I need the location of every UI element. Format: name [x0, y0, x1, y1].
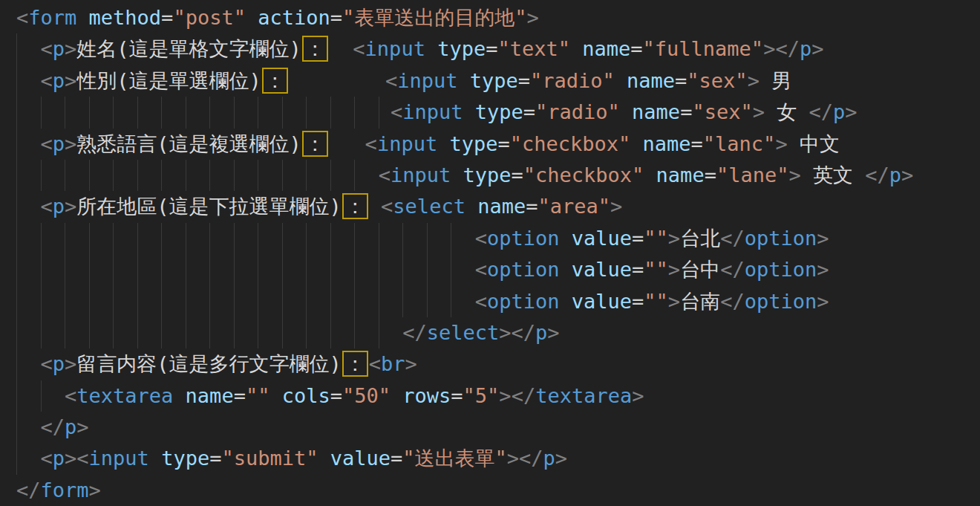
indent-guide	[379, 223, 379, 254]
indent-guide	[402, 286, 403, 317]
indent-guide	[16, 97, 17, 128]
code-token-text	[16, 100, 391, 123]
code-token-attr: type	[470, 69, 518, 92]
code-line[interactable]: <option value="">台北</option>	[0, 223, 980, 254]
code-token-text	[463, 100, 474, 123]
code-token-tag: option	[745, 227, 817, 250]
code-token-text: 熟悉語言(這是複選欄位)	[76, 132, 301, 155]
code-token-string: "checkbox"	[510, 132, 631, 155]
code-line[interactable]: </select></p>	[0, 317, 980, 348]
code-token-punct: <	[16, 6, 28, 29]
code-line[interactable]: <p>所在地區(這是下拉選單欄位)： <select name="area">	[0, 191, 980, 222]
code-line[interactable]: <textarea name="" cols="50" rows="5"></t…	[0, 380, 980, 412]
indent-guide	[65, 317, 65, 348]
code-token-tag: option	[487, 227, 560, 250]
indent-guide	[427, 286, 428, 317]
code-line[interactable]: <p>留言内容(這是多行文字欄位)：<br>	[0, 348, 980, 380]
indent-guide	[282, 286, 283, 317]
code-token-equals: =	[632, 258, 644, 281]
code-token-punct: >	[748, 69, 760, 92]
code-token-equals: =	[632, 227, 644, 250]
code-token-text	[16, 195, 41, 218]
indent-guide	[379, 286, 379, 317]
indent-guide	[137, 317, 138, 348]
indent-guide	[161, 286, 162, 317]
indent-guide	[282, 254, 283, 285]
code-token-equals: =	[526, 195, 538, 218]
code-line[interactable]: <input type="checkbox" name="lane"> 英文 <…	[0, 160, 980, 191]
code-token-attr: value	[572, 227, 632, 250]
code-token-punct: >	[811, 37, 823, 60]
code-token-tag: form	[41, 479, 89, 502]
code-token-punct: <	[381, 195, 393, 218]
code-token-text: 台南	[680, 290, 720, 313]
code-line[interactable]: <p><input type="submit" value="送出表單"></p…	[0, 443, 980, 474]
indent-guide	[258, 286, 258, 317]
indent-guide	[234, 160, 235, 191]
code-line[interactable]: <p>姓名(這是單格文字欄位)： <input type="text" name…	[0, 33, 980, 65]
code-token-punct: </	[402, 321, 427, 344]
indent-guide	[209, 254, 210, 285]
code-line[interactable]: <p>熟悉語言(這是複選欄位)： <input type="checkbox" …	[0, 129, 980, 160]
code-token-equals: =	[512, 163, 523, 186]
code-token-string: ""	[644, 290, 668, 313]
code-token-text	[16, 37, 41, 60]
indent-guide	[379, 254, 379, 285]
indent-guide	[354, 160, 355, 191]
code-token-tag: form	[28, 6, 76, 29]
code-line[interactable]: <option value="">台中</option>	[0, 254, 980, 285]
code-token-string: "submit"	[221, 447, 318, 470]
code-token-attr: rows	[402, 384, 451, 407]
code-token-punct: <	[41, 352, 53, 375]
code-line[interactable]: <p>性別(這是單選欄位)： <input type="radio" name=…	[0, 65, 980, 97]
code-line[interactable]: </form>	[0, 475, 980, 506]
indent-guide	[330, 254, 331, 285]
code-editor[interactable]: <form method="post" action="表單送出的目的地"> <…	[0, 0, 980, 506]
code-line[interactable]: <input type="radio" name="sex"> 女 </p>	[0, 97, 980, 128]
boxed-unicode-colon: ：	[302, 36, 328, 62]
code-token-string: "送出表單"	[402, 447, 507, 470]
code-token-punct: >	[610, 195, 622, 218]
code-token-tag: option	[487, 258, 560, 281]
indent-guide	[16, 412, 17, 443]
indent-guide	[234, 97, 235, 128]
code-line[interactable]: </p>	[0, 412, 980, 443]
indent-guide	[258, 254, 258, 285]
code-token-punct: <	[369, 352, 381, 375]
code-token-equals: =	[630, 37, 642, 60]
indent-guide	[16, 129, 17, 160]
code-token-punct: >	[65, 195, 76, 218]
code-token-punct: </	[16, 479, 41, 502]
code-token-equals: =	[497, 132, 509, 155]
code-token-tag: p	[65, 415, 76, 438]
indent-guide	[137, 223, 138, 254]
code-token-text	[369, 195, 381, 218]
code-token-punct: <	[475, 227, 487, 250]
code-token-text	[615, 69, 627, 92]
indent-guide	[330, 160, 331, 191]
code-token-punct: >	[817, 290, 829, 313]
indent-guide	[306, 97, 307, 128]
code-token-attr: type	[475, 100, 523, 123]
boxed-unicode-colon: ：	[342, 193, 368, 219]
code-line[interactable]: <form method="post" action="表單送出的目的地">	[0, 2, 980, 33]
indent-guide	[161, 223, 162, 254]
code-token-attr: cols	[282, 384, 330, 407]
indent-guide	[161, 97, 162, 128]
code-token-string: "lanc"	[703, 132, 776, 155]
indent-guide	[16, 191, 17, 222]
code-token-tag: p	[53, 195, 65, 218]
code-token-punct: >	[405, 352, 417, 375]
code-token-punct: >	[547, 321, 559, 344]
code-token-equals: =	[518, 69, 530, 92]
code-token-text	[437, 132, 449, 155]
code-token-text	[16, 290, 475, 313]
code-token-attr: value	[330, 447, 391, 470]
code-token-punct: </	[865, 163, 889, 186]
code-token-text: 英文	[801, 163, 866, 186]
code-token-tag: input	[377, 132, 437, 155]
code-token-attr: type	[463, 163, 511, 186]
code-token-equals: =	[632, 290, 644, 313]
code-token-text	[644, 163, 656, 186]
code-line[interactable]: <option value="">台南</option>	[0, 286, 980, 317]
